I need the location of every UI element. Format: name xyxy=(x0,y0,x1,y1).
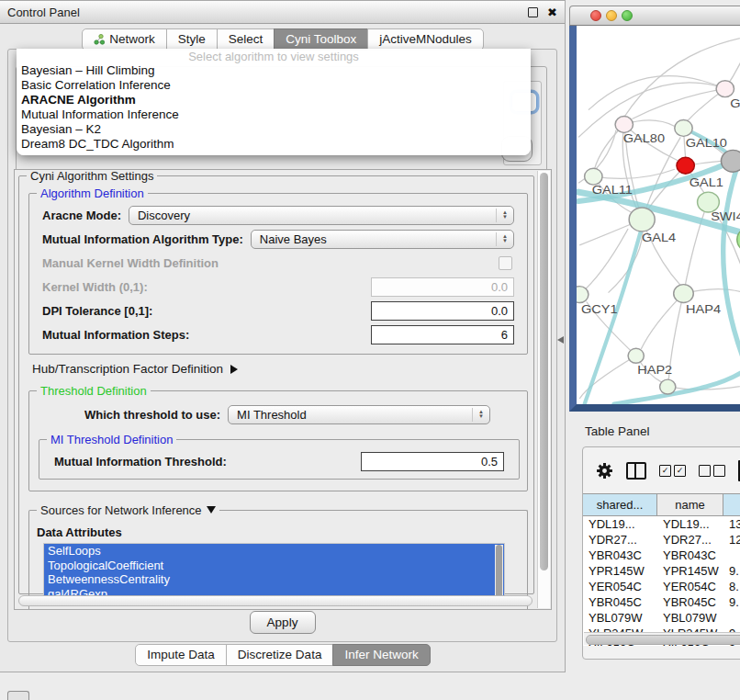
network-node-gal1[interactable] xyxy=(677,157,694,174)
algorithm-popup: Select algorithm to view settings Bayesi… xyxy=(17,49,531,155)
network-edge[interactable] xyxy=(578,83,717,138)
network-node[interactable] xyxy=(660,379,676,394)
dpi-tolerance-field[interactable]: 0.0 xyxy=(371,301,514,321)
apply-button[interactable]: Apply xyxy=(250,611,316,634)
table-cell: YBL079W xyxy=(583,611,657,625)
tab-impute-data[interactable]: Impute Data xyxy=(135,644,227,666)
unchecked-box-icon xyxy=(699,465,711,477)
cyni-mode-tabs: Impute DataDiscretize DataInfer Network xyxy=(0,644,566,666)
network-window-titlebar[interactable] xyxy=(569,6,740,26)
algorithm-option[interactable]: Dream8 DC_TDC Algorithm xyxy=(17,137,531,152)
algorithm-option[interactable]: Bayesian – K2 xyxy=(17,122,531,137)
which-threshold-select[interactable]: MI Threshold ▲▼ xyxy=(228,405,490,424)
table-row[interactable]: YER054CYER054C8. xyxy=(583,579,740,594)
network-node-gal10[interactable] xyxy=(675,120,692,137)
column-header-name[interactable]: name xyxy=(657,494,723,516)
close-traffic-light-icon[interactable] xyxy=(590,10,601,21)
hub-definition-toggle[interactable]: Hub/Transcription Factor Definition xyxy=(32,362,533,376)
network-node-gcy1[interactable] xyxy=(577,287,589,303)
unchecked-box-icon xyxy=(713,465,725,477)
kernel-width-field[interactable]: 0.0 xyxy=(371,277,514,297)
float-window-icon[interactable] xyxy=(528,7,538,17)
network-node-gal[interactable] xyxy=(716,81,734,97)
table-row[interactable]: YDL19...YDL19...13 xyxy=(583,516,740,532)
network-node[interactable] xyxy=(721,150,740,172)
network-node-label: GAL80 xyxy=(623,131,666,145)
manual-kernel-checkbox[interactable] xyxy=(499,256,512,270)
network-canvas[interactable]: GALGAL80GAL10GAL1GAL11SWI4GAL4GCY1HAP4YH… xyxy=(577,26,740,404)
tab-network[interactable]: Network xyxy=(82,28,167,51)
settings-vertical-scrollbar[interactable] xyxy=(537,171,550,608)
tab-style[interactable]: Style xyxy=(166,28,218,51)
table-row[interactable]: YDR27...YDR27...12 xyxy=(583,532,740,548)
manual-kernel-row: Manual Kernel Width Definition xyxy=(42,251,514,275)
control-panel-titlebar[interactable]: Control Panel ✖ xyxy=(0,1,565,24)
table-row[interactable]: YBR043CYBR043C xyxy=(583,548,740,563)
mi-steps-field[interactable]: 6 xyxy=(371,325,514,344)
tab-cyni-toolbox[interactable]: Cyni Toolbox xyxy=(274,28,368,51)
attribute-item-selected[interactable]: SelfLoops xyxy=(44,544,504,559)
control-panel-title: Control Panel xyxy=(7,6,80,19)
close-icon[interactable]: ✖ xyxy=(547,8,557,17)
hub-definition-label: Hub/Transcription Factor Definition xyxy=(32,362,223,376)
algorithm-option[interactable]: Mutual Information Inference xyxy=(17,107,531,122)
algorithm-definition-group: Algorithm Definition Aracne Mode: Discov… xyxy=(28,193,528,355)
network-edge-highlighted[interactable] xyxy=(614,364,740,404)
dpi-tolerance-label: DPI Tolerance [0,1]: xyxy=(42,304,152,318)
attribute-item-selected[interactable]: BetweennessCentrality xyxy=(44,572,504,587)
select-all-columns-icon[interactable]: ✓ ✓ xyxy=(659,465,686,477)
column-header-shared...[interactable]: shared... xyxy=(583,494,657,516)
aracne-mode-value: Discovery xyxy=(138,209,190,222)
table-cell: 12 xyxy=(723,533,740,547)
collapsed-panel-button[interactable] xyxy=(7,691,29,700)
algorithm-option[interactable]: Bayesian – Hill Climbing xyxy=(17,63,531,78)
kernel-width-label: Kernel Width (0,1): xyxy=(42,280,148,294)
table-body: YDL19...YDL19...13YDR27...YDR27...12YBR0… xyxy=(583,516,740,646)
network-node-label: GAL xyxy=(730,96,740,109)
tab-label: Impute Data xyxy=(147,648,215,661)
network-node-label: GAL10 xyxy=(686,136,728,150)
gear-icon[interactable] xyxy=(596,462,613,480)
tab-label: Discretize Data xyxy=(238,648,322,661)
deselect-all-columns-icon[interactable] xyxy=(699,465,725,477)
network-edge[interactable] xyxy=(632,89,724,119)
mouse-cursor xyxy=(557,336,564,344)
table-cell: 9. xyxy=(723,564,740,578)
tab-label: Network xyxy=(109,32,155,46)
minimize-traffic-light-icon[interactable] xyxy=(606,10,617,21)
data-attributes-list[interactable]: SelfLoopsTopologicalCoefficientBetweenne… xyxy=(43,543,505,603)
tab-discretize-data[interactable]: Discretize Data xyxy=(226,644,334,666)
column-header-cut[interactable] xyxy=(723,494,740,516)
mi-threshold-field[interactable]: 0.5 xyxy=(361,452,504,471)
table-row[interactable]: YPR145WYPR145W9. xyxy=(583,563,740,579)
mi-threshold-label: Mutual Information Threshold: xyxy=(54,455,227,469)
settings-horizontal-scrollbar[interactable] xyxy=(18,595,533,606)
attribute-item-selected[interactable]: TopologicalCoefficient xyxy=(44,559,504,573)
tab-select[interactable]: Select xyxy=(217,28,275,51)
network-node-gal4[interactable] xyxy=(629,208,655,231)
table-row[interactable]: YBR045CYBR045C9. xyxy=(583,594,740,610)
network-node-gal80[interactable] xyxy=(615,117,633,133)
algorithm-option[interactable]: ARACNE Algorithm xyxy=(17,93,531,107)
table-row[interactable]: YBL079WYBL079W xyxy=(583,610,740,626)
mi-type-row: Mutual Information Algorithm Type: Naive… xyxy=(42,227,514,251)
tab-label: jActiveMNodules xyxy=(379,32,472,46)
table-cell: YDR27... xyxy=(583,533,657,547)
algorithm-definition-title: Algorithm Definition xyxy=(37,186,148,200)
table-cell: YBR043C xyxy=(657,548,723,562)
zoom-traffic-light-icon[interactable] xyxy=(622,10,633,21)
table-horizontal-scrollbar[interactable] xyxy=(584,632,740,645)
aracne-mode-select[interactable]: Discovery ▲▼ xyxy=(129,206,514,225)
network-node-hap2[interactable] xyxy=(628,348,644,363)
mi-threshold-title: MI Threshold Definition xyxy=(47,433,176,446)
split-columns-icon[interactable] xyxy=(626,462,646,480)
tab-jactivemnodules[interactable]: jActiveMNodules xyxy=(367,28,484,51)
attribute-list-scrollbar[interactable] xyxy=(495,545,503,601)
algorithm-option[interactable]: Basic Correlation Inference xyxy=(17,78,531,93)
network-edge[interactable] xyxy=(579,229,628,295)
cyni-group-title: Cyni Algorithm Settings xyxy=(27,169,157,183)
network-node-hap4[interactable] xyxy=(674,285,694,303)
mi-type-select[interactable]: Naive Bayes ▲▼ xyxy=(251,230,514,249)
sources-title[interactable]: Sources for Network Inference xyxy=(37,503,219,517)
tab-infer-network[interactable]: Infer Network xyxy=(332,644,430,666)
